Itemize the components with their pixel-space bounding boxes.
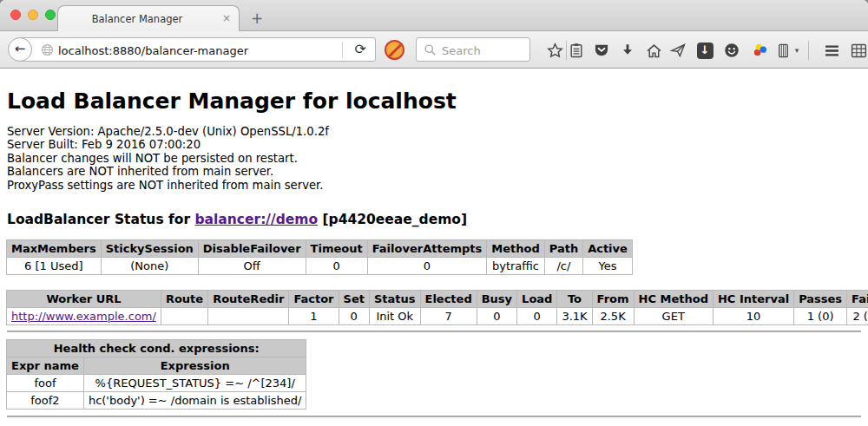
- menu-hamburger-icon[interactable]: [821, 40, 842, 61]
- tab-close-icon[interactable]: ×: [222, 12, 231, 24]
- cell-status: Init Ok: [369, 308, 420, 325]
- cell-passes: 1 (0): [794, 308, 847, 325]
- reload-icon[interactable]: ⟳: [355, 41, 366, 57]
- col-busy: Busy: [477, 291, 516, 308]
- tab-title: Balancer Manager: [58, 13, 216, 25]
- search-bar[interactable]: [416, 37, 530, 62]
- cell-hc-method: GET: [634, 308, 713, 325]
- search-icon: [424, 43, 437, 56]
- bottom-divider: [7, 416, 861, 417]
- col-set: Set: [339, 291, 369, 308]
- cell-worker-url: http://www.example.com/: [7, 308, 161, 325]
- health-data-row: foof2 hc('body') =~ /domain is establish…: [7, 392, 306, 410]
- feedback-smiley-icon[interactable]: [721, 40, 742, 61]
- health-header-row: Expr name Expression: [7, 357, 306, 375]
- cell-fails: 2 (0): [847, 308, 868, 325]
- cell-path: /c/: [544, 258, 582, 275]
- health-table-caption: Health check cond. expressions:: [7, 340, 306, 357]
- video-download-helper-icon[interactable]: ↓: [694, 40, 715, 61]
- page-title: Load Balancer Manager for localhost: [7, 88, 861, 114]
- col-to: To: [557, 291, 592, 308]
- page-content: Load Balancer Manager for localhost Serv…: [0, 69, 868, 417]
- cell-hc-interval: 10: [713, 308, 793, 325]
- health-data-row: foof %{REQUEST_STATUS} =~ /^[234]/: [7, 375, 306, 392]
- col-failoverattempts: FailoverAttempts: [367, 240, 487, 258]
- home-icon[interactable]: [643, 40, 664, 61]
- col-maxmembers: MaxMembers: [7, 240, 102, 258]
- cell-disablefailover: Off: [198, 258, 306, 275]
- colored-dots-addon-icon[interactable]: [750, 40, 771, 61]
- browser-window: Balancer Manager × + ← ⟳: [0, 0, 868, 426]
- cell-expression-foof2: hc('body') =~ /domain is established/: [83, 392, 306, 410]
- worker-table: Worker URL Route RouteRedir Factor Set S…: [6, 290, 868, 325]
- balancer-table: MaxMembers StickySession DisableFailover…: [6, 239, 633, 275]
- cell-expr-name-foof: foof: [7, 375, 84, 392]
- urlbar-separator: [342, 42, 343, 58]
- bookmark-star-icon[interactable]: [544, 40, 565, 61]
- cell-method: bytraffic: [487, 258, 544, 275]
- worker-header-row: Worker URL Route RouteRedir Factor Set S…: [7, 291, 868, 308]
- back-button[interactable]: ←: [8, 37, 32, 62]
- section-divider: [7, 331, 861, 332]
- cell-set: 0: [339, 308, 369, 325]
- col-worker-url: Worker URL: [7, 291, 161, 308]
- worker-url-link[interactable]: http://www.example.com/: [11, 310, 156, 323]
- col-routeredir: RouteRedir: [208, 291, 289, 308]
- col-expression: Expression: [83, 357, 306, 375]
- status-prefix: LoadBalancer Status for: [7, 212, 194, 227]
- balancer-demo-link[interactable]: balancer://demo: [194, 212, 318, 227]
- cell-failoverattempts: 0: [367, 258, 487, 275]
- cell-route: [161, 308, 207, 325]
- cell-maxmembers: 6 [1 Used]: [7, 258, 102, 275]
- col-route: Route: [161, 291, 207, 308]
- col-load: Load: [517, 291, 557, 308]
- minimize-window-button[interactable]: [28, 10, 38, 20]
- balancer-header-row: MaxMembers StickySession DisableFailover…: [7, 240, 633, 258]
- tab-bar: Balancer Manager × +: [0, 0, 868, 31]
- cell-stickysession: (None): [101, 258, 198, 275]
- col-hc-method: HC Method: [634, 291, 713, 308]
- url-bar[interactable]: ⟳: [19, 37, 376, 62]
- status-suffix: [p4420eeae_demo]: [318, 212, 467, 227]
- downloads-icon[interactable]: [617, 40, 638, 61]
- loadbalancer-status-heading: LoadBalancer Status for balancer://demo …: [7, 212, 861, 227]
- send-plane-icon[interactable]: [667, 40, 688, 61]
- col-expr-name: Expr name: [7, 357, 84, 375]
- tab-balancer-manager[interactable]: Balancer Manager ×: [57, 5, 240, 31]
- persist-note-line: Balancer changes will NOT be persisted o…: [7, 152, 861, 165]
- navigation-toolbar: ← ⟳: [0, 31, 868, 69]
- col-passes: Passes: [794, 291, 847, 308]
- col-disablefailover: DisableFailover: [198, 240, 306, 258]
- cell-expr-name-foof2: foof2: [7, 392, 84, 410]
- col-elected: Elected: [420, 291, 477, 308]
- col-stickysession: StickySession: [101, 240, 198, 258]
- server-info: Server Version: Apache/2.5.0-dev (Unix) …: [7, 125, 861, 192]
- server-built-line: Server Built: Feb 9 2016 07:00:20: [7, 138, 861, 151]
- zoom-window-button[interactable]: [45, 10, 56, 20]
- new-tab-button[interactable]: +: [247, 10, 267, 27]
- cell-routeredir: [208, 308, 289, 325]
- server-version-line: Server Version: Apache/2.5.0-dev (Unix) …: [7, 125, 861, 138]
- pocket-icon[interactable]: [591, 40, 612, 61]
- cell-timeout: 0: [306, 258, 367, 275]
- col-timeout: Timeout: [306, 240, 367, 258]
- blocked-plugin-icon[interactable]: [385, 40, 404, 60]
- col-status: Status: [369, 291, 420, 308]
- col-method: Method: [487, 240, 544, 258]
- col-factor: Factor: [289, 291, 339, 308]
- url-input[interactable]: [56, 39, 329, 62]
- tab-groups-icon[interactable]: [848, 40, 868, 61]
- cell-from: 2.5K: [592, 308, 634, 325]
- cell-load: 0: [517, 308, 557, 325]
- col-fails: Fails: [847, 291, 868, 308]
- worker-data-row: http://www.example.com/ 1 0 Init Ok 7 0 …: [7, 308, 868, 325]
- col-from: From: [592, 291, 634, 308]
- close-window-button[interactable]: [10, 10, 21, 20]
- col-path: Path: [544, 240, 582, 258]
- chevron-down-icon[interactable]: ▾: [791, 40, 803, 61]
- reading-list-icon[interactable]: [566, 40, 587, 61]
- search-input[interactable]: [440, 39, 527, 62]
- health-check-table: Health check cond. expressions: Expr nam…: [6, 339, 306, 410]
- col-hc-interval: HC Interval: [713, 291, 793, 308]
- balancers-note-line: Balancers are NOT inherited from main se…: [7, 165, 861, 178]
